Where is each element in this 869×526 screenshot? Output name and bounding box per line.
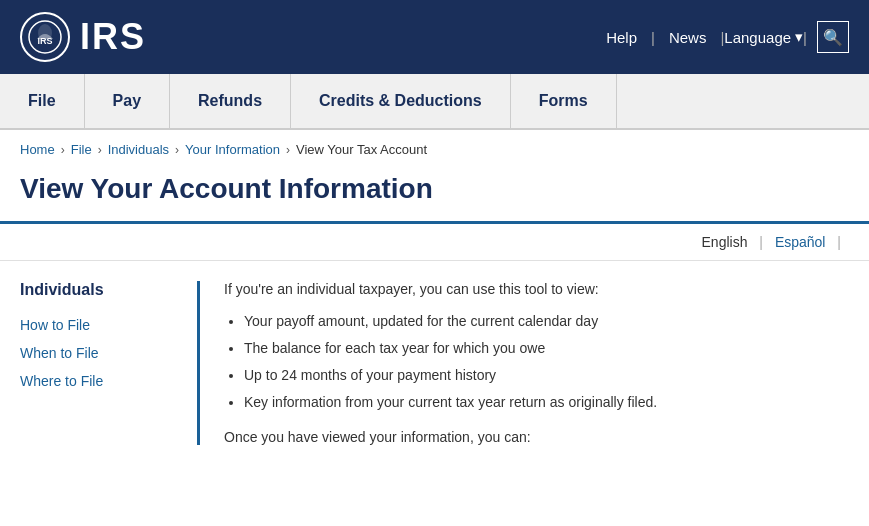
breadcrumb-sep-1: › <box>61 143 65 157</box>
breadcrumb-individuals[interactable]: Individuals <box>108 142 169 157</box>
breadcrumb-sep-4: › <box>286 143 290 157</box>
list-item: Up to 24 months of your payment history <box>244 365 829 386</box>
breadcrumb: Home › File › Individuals › Your Informa… <box>0 130 869 169</box>
page-title: View Your Account Information <box>20 173 849 205</box>
list-item: Your payoff amount, updated for the curr… <box>244 311 829 332</box>
header-nav: Help | News | Language ▾ | 🔍 <box>592 21 849 53</box>
sidebar-links: How to File When to File Where to File <box>20 311 197 395</box>
breadcrumb-file[interactable]: File <box>71 142 92 157</box>
lang-area-divider: | <box>759 234 763 250</box>
nav-divider-3: | <box>803 29 807 46</box>
nav-forms[interactable]: Forms <box>511 74 617 128</box>
list-item: Key information from your current tax ye… <box>244 392 829 413</box>
language-selector-area: English | Español | <box>0 224 869 261</box>
search-button[interactable]: 🔍 <box>817 21 849 53</box>
language-button[interactable]: Language ▾ <box>724 28 803 46</box>
site-header: IRS IRS Help | News | Language ▾ | 🔍 <box>0 0 869 74</box>
irs-logo-text: IRS <box>80 16 146 58</box>
breadcrumb-sep-2: › <box>98 143 102 157</box>
active-language: English <box>702 234 748 250</box>
sidebar: Individuals How to File When to File Whe… <box>0 281 200 445</box>
logo-area: IRS IRS <box>20 12 146 62</box>
irs-eagle-icon: IRS <box>20 12 70 62</box>
main-nav-bar: File Pay Refunds Credits & Deductions Fo… <box>0 74 869 130</box>
content-intro: If you're an individual taxpayer, you ca… <box>224 281 829 297</box>
sidebar-where-to-file[interactable]: Where to File <box>20 373 103 389</box>
nav-credits-deductions[interactable]: Credits & Deductions <box>291 74 511 128</box>
page-title-area: View Your Account Information <box>0 169 869 224</box>
lang-area-divider2: | <box>837 234 841 250</box>
breadcrumb-current: View Your Tax Account <box>296 142 427 157</box>
nav-pay[interactable]: Pay <box>85 74 170 128</box>
svg-text:IRS: IRS <box>37 36 52 46</box>
espanol-link[interactable]: Español <box>775 234 826 250</box>
sidebar-title: Individuals <box>20 281 197 311</box>
list-item: Where to File <box>20 367 197 395</box>
news-link[interactable]: News <box>655 29 721 46</box>
sidebar-when-to-file[interactable]: When to File <box>20 345 99 361</box>
content-once-text: Once you have viewed your information, y… <box>224 429 829 445</box>
main-content: Individuals How to File When to File Whe… <box>0 261 869 465</box>
list-item: When to File <box>20 339 197 367</box>
sidebar-how-to-file[interactable]: How to File <box>20 317 90 333</box>
breadcrumb-home[interactable]: Home <box>20 142 55 157</box>
nav-file[interactable]: File <box>0 74 85 128</box>
breadcrumb-sep-3: › <box>175 143 179 157</box>
breadcrumb-your-information[interactable]: Your Information <box>185 142 280 157</box>
nav-refunds[interactable]: Refunds <box>170 74 291 128</box>
list-item: The balance for each tax year for which … <box>244 338 829 359</box>
content-bullet-list: Your payoff amount, updated for the curr… <box>244 311 829 413</box>
list-item: How to File <box>20 311 197 339</box>
help-link[interactable]: Help <box>592 29 651 46</box>
content-area: If you're an individual taxpayer, you ca… <box>200 281 849 445</box>
